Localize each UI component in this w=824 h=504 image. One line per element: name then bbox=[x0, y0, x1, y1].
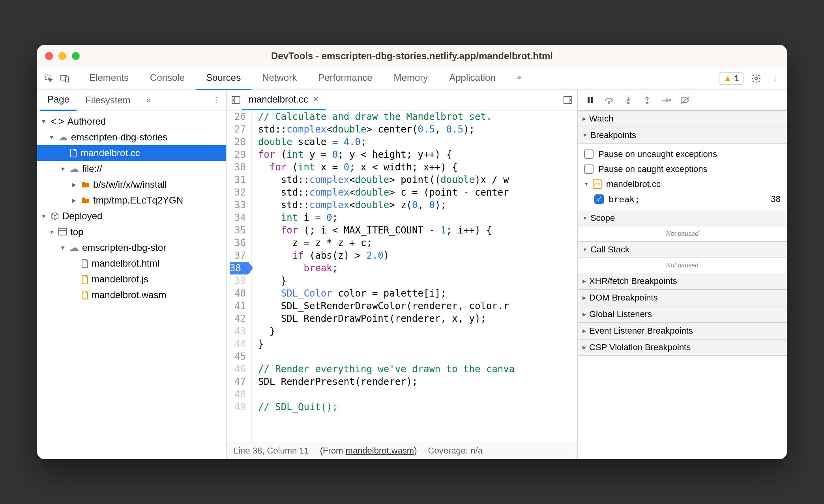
tree-file-mandelbrot-cc[interactable]: mandelbrot.cc bbox=[37, 145, 226, 161]
gutter-line[interactable]: 47 bbox=[230, 375, 246, 388]
gutter-line[interactable]: 38 bbox=[230, 262, 253, 274]
maximize-window-button[interactable] bbox=[72, 52, 80, 60]
pause-uncaught-row[interactable]: Pause on uncaught exceptions bbox=[582, 147, 782, 162]
gutter-line[interactable]: 30 bbox=[230, 161, 246, 174]
gutter-line[interactable]: 43 bbox=[230, 325, 246, 338]
step-out-icon[interactable] bbox=[642, 95, 653, 106]
gutter-line[interactable]: 35 bbox=[230, 224, 246, 237]
gutter-line[interactable]: 37 bbox=[230, 249, 246, 262]
navigator-tab-page[interactable]: Page bbox=[40, 90, 77, 111]
code-line[interactable]: if (abs(z) > 2.0) bbox=[258, 249, 577, 262]
close-window-button[interactable] bbox=[45, 52, 53, 60]
code-line[interactable]: for (; i < MAX_ITER_COUNT - 1; i++) { bbox=[258, 224, 577, 237]
gutter-line[interactable]: 45 bbox=[230, 350, 246, 363]
code-line[interactable]: } bbox=[258, 325, 577, 338]
gutter-line[interactable]: 40 bbox=[230, 287, 246, 300]
tree-authored[interactable]: ▼ < > Authored bbox=[37, 114, 226, 129]
more-tabs-icon[interactable]: » bbox=[507, 67, 532, 90]
gutter-line[interactable]: 41 bbox=[230, 300, 246, 312]
tab-network[interactable]: Network bbox=[252, 67, 307, 90]
checkbox-checked-icon[interactable]: ✓ bbox=[594, 194, 604, 204]
dom-breakpoints-section[interactable]: ▶ DOM Breakpoints bbox=[578, 289, 787, 306]
code-line[interactable]: break; bbox=[258, 262, 577, 274]
inspect-element-icon[interactable] bbox=[43, 72, 55, 85]
scope-section[interactable]: ▼ Scope bbox=[578, 210, 787, 226]
code-line[interactable]: SDL_RenderPresent(renderer); bbox=[258, 375, 577, 388]
tab-console[interactable]: Console bbox=[140, 67, 195, 90]
code-line[interactable]: } bbox=[258, 274, 577, 287]
code-line[interactable]: SDL_Color color = palette[i]; bbox=[258, 287, 577, 300]
gutter-line[interactable]: 28 bbox=[230, 136, 246, 148]
minimize-window-button[interactable] bbox=[58, 52, 66, 60]
tree-file-wasm[interactable]: mandelbrot.wasm bbox=[37, 287, 226, 303]
code-line[interactable]: std::complex<double> center(0.5, 0.5); bbox=[258, 123, 577, 136]
tree-folder-tmp[interactable]: ▶ tmp/tmp.ELcTq2YGN bbox=[37, 192, 226, 208]
callstack-section[interactable]: ▼ Call Stack bbox=[578, 241, 787, 258]
navigator-more-icon[interactable]: ⋮ bbox=[210, 94, 223, 106]
gutter[interactable]: 2627282930313233343536373839404142434445… bbox=[227, 110, 252, 442]
checkbox-unchecked-icon[interactable] bbox=[584, 149, 594, 159]
gutter-line[interactable]: 27 bbox=[230, 123, 246, 136]
code-line[interactable]: SDL_SetRenderDrawColor(renderer, color.r bbox=[258, 300, 577, 312]
tab-sources[interactable]: Sources bbox=[196, 67, 251, 90]
navigator-more-tabs-icon[interactable]: » bbox=[139, 91, 158, 109]
step-over-icon[interactable] bbox=[604, 95, 615, 106]
code-line[interactable]: for (int x = 0; x < width; x++) { bbox=[258, 161, 577, 174]
code-line[interactable]: z = z * z + c; bbox=[258, 237, 577, 249]
warnings-badge[interactable]: ▲ 1 bbox=[719, 72, 743, 85]
step-icon[interactable] bbox=[661, 95, 672, 106]
pause-button[interactable] bbox=[585, 95, 596, 106]
watch-section[interactable]: ▶ Watch bbox=[578, 110, 787, 127]
code-line[interactable]: std::complex<double> point((double)x / w bbox=[258, 174, 577, 186]
navigator-tab-filesystem[interactable]: Filesystem bbox=[78, 90, 138, 110]
code-line[interactable]: double scale = 4.0; bbox=[258, 136, 577, 148]
code-line[interactable]: // SDL_Quit(); bbox=[258, 401, 577, 413]
code-line[interactable] bbox=[258, 388, 577, 401]
tab-performance[interactable]: Performance bbox=[308, 67, 382, 90]
code-line[interactable]: std::complex<double> z(0, 0); bbox=[258, 199, 577, 211]
code-line[interactable]: std::complex<double> c = (point - center bbox=[258, 186, 577, 199]
gutter-line[interactable]: 31 bbox=[230, 174, 246, 186]
checkbox-unchecked-icon[interactable] bbox=[584, 164, 594, 174]
gutter-line[interactable]: 26 bbox=[230, 110, 246, 123]
breakpoint-file-row[interactable]: ▼ <> mandelbrot.cc bbox=[582, 177, 782, 192]
code-line[interactable]: SDL_RenderDrawPoint(renderer, x, y); bbox=[258, 312, 577, 325]
settings-icon[interactable] bbox=[750, 72, 762, 85]
gutter-line[interactable]: 32 bbox=[230, 186, 246, 199]
step-into-icon[interactable] bbox=[623, 95, 634, 106]
code-line[interactable]: int i = 0; bbox=[258, 211, 577, 224]
editor-tab-mandelbrot[interactable]: mandelbrot.cc ✕ bbox=[242, 90, 326, 110]
pause-caught-row[interactable]: Pause on caught exceptions bbox=[582, 162, 782, 177]
xhr-breakpoints-section[interactable]: ▶ XHR/fetch Breakpoints bbox=[578, 273, 787, 289]
tree-top[interactable]: ▼ top bbox=[37, 224, 226, 240]
code-content[interactable]: // Calculate and draw the Mandelbrot set… bbox=[252, 110, 577, 442]
gutter-line[interactable]: 42 bbox=[230, 312, 246, 325]
tree-file-js[interactable]: mandelbrot.js bbox=[37, 271, 226, 287]
gutter-line[interactable]: 46 bbox=[230, 363, 246, 375]
tree-domain-deployed[interactable]: ▼ ☁ emscripten-dbg-stor bbox=[37, 240, 226, 256]
code-line[interactable]: // Render everything we've drawn to the … bbox=[258, 363, 577, 375]
gutter-line[interactable]: 33 bbox=[230, 199, 246, 211]
code-line[interactable]: // Calculate and draw the Mandelbrot set… bbox=[258, 110, 577, 123]
tree-file-scheme[interactable]: ▼ ☁ file:// bbox=[37, 161, 226, 177]
toggle-debugger-icon[interactable] bbox=[562, 94, 574, 106]
gutter-line[interactable]: 48 bbox=[230, 388, 246, 401]
toggle-navigator-icon[interactable] bbox=[230, 94, 242, 106]
csp-breakpoints-section[interactable]: ▶ CSP Violation Breakpoints bbox=[578, 339, 787, 356]
gutter-line[interactable]: 39 bbox=[230, 274, 246, 287]
code-editor[interactable]: 2627282930313233343536373839404142434445… bbox=[227, 110, 577, 442]
code-line[interactable]: } bbox=[258, 338, 577, 350]
more-menu-icon[interactable]: ⋮ bbox=[769, 72, 781, 85]
gutter-line[interactable]: 36 bbox=[230, 237, 246, 249]
gutter-line[interactable]: 44 bbox=[230, 338, 246, 350]
event-listener-breakpoints-section[interactable]: ▶ Event Listener Breakpoints bbox=[578, 323, 787, 339]
tree-file-html[interactable]: mandelbrot.html bbox=[37, 256, 226, 271]
tab-application[interactable]: Application bbox=[439, 67, 506, 90]
deactivate-breakpoints-icon[interactable] bbox=[680, 95, 691, 106]
tree-folder-install[interactable]: ▶ b/s/w/ir/x/w/install bbox=[37, 177, 226, 192]
global-listeners-section[interactable]: ▶ Global Listeners bbox=[578, 306, 787, 323]
tab-elements[interactable]: Elements bbox=[79, 67, 139, 90]
gutter-line[interactable]: 34 bbox=[230, 211, 246, 224]
breakpoint-line-row[interactable]: ✓ break; 38 bbox=[582, 192, 782, 207]
close-tab-icon[interactable]: ✕ bbox=[312, 94, 319, 105]
